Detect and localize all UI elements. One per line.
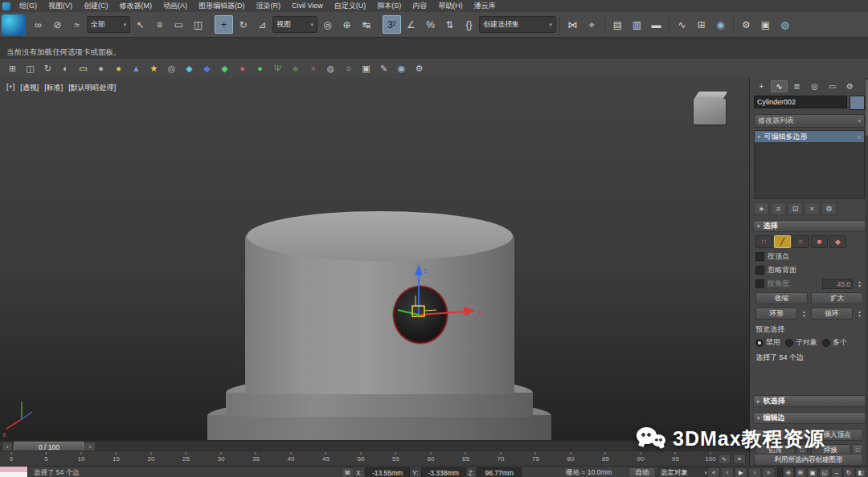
preview-disable-radio[interactable]: 禁用 [755, 337, 780, 348]
zoom-region-icon[interactable]: ◱ [819, 467, 830, 477]
tab-modify[interactable]: ∿ [771, 80, 788, 92]
menu-group[interactable]: 组(G) [14, 0, 43, 12]
polygon-subobject-icon[interactable]: ■ [811, 235, 828, 248]
green-dot-tool-icon[interactable]: ● [252, 60, 268, 76]
delete-tool-icon[interactable]: × [305, 60, 321, 76]
go-to-end-button[interactable]: » [762, 467, 775, 477]
window-crossing-icon[interactable]: ◫ [189, 15, 207, 34]
viewport-render-preset-menu[interactable]: [标准] [44, 83, 63, 93]
angle-snap-icon[interactable]: ∠ [402, 15, 420, 34]
cone-tool-icon[interactable]: ▲ [128, 60, 145, 76]
loop-spinner[interactable]: ▴ ▾ [856, 310, 863, 318]
auto-key-button[interactable]: 自动 [628, 467, 656, 477]
half-sphere-tool-icon[interactable]: ◐ [57, 60, 74, 76]
go-to-start-button[interactable]: « [707, 467, 720, 477]
curve-editor-icon[interactable]: ∿ [673, 15, 691, 34]
zoom-all-icon[interactable]: ⊞ [795, 467, 806, 477]
gem-cyan-tool-icon[interactable]: ◆ [181, 60, 198, 76]
object-name-field[interactable] [754, 96, 847, 108]
pin-stack-icon[interactable]: ∗ [754, 202, 769, 215]
percent-snap-icon[interactable]: % [421, 15, 440, 34]
schematic-view-icon[interactable]: ⊞ [692, 15, 710, 34]
annotate-tool-icon[interactable]: ✎ [375, 60, 392, 76]
next-frame-button[interactable]: › [748, 467, 761, 477]
ribbon-toggle-icon[interactable]: ▬ [647, 15, 665, 34]
perspective-viewport[interactable]: [+] [透视] [标准] [默认明暗处理] z x y [0, 78, 750, 440]
viewcube[interactable] [691, 91, 728, 126]
border-subobject-icon[interactable]: ○ [792, 235, 809, 248]
render-setup-icon[interactable]: ⚙ [737, 15, 755, 34]
previous-frame-button[interactable]: ‹ [721, 467, 734, 477]
make-unique-icon[interactable]: ⊡ [788, 202, 803, 215]
window-tool-icon[interactable]: ◫ [22, 60, 39, 76]
show-end-result-icon[interactable]: ≡ [771, 202, 786, 215]
play-button[interactable]: ▶ [735, 467, 747, 477]
preview-multiple-radio[interactable]: 多个 [822, 337, 847, 348]
3dsmax-logo-icon[interactable] [2, 14, 26, 35]
menu-content[interactable]: 内容 [407, 0, 432, 12]
torus-tool-icon[interactable]: ◎ [163, 60, 180, 76]
checkbox-box[interactable] [755, 266, 764, 275]
panel-tool-icon[interactable]: ▣ [358, 60, 375, 76]
settings-tool-icon[interactable]: ⚙ [411, 60, 428, 76]
menu-animation[interactable]: 动画(A) [158, 0, 193, 12]
viewport-pov-menu[interactable]: [透视] [20, 83, 39, 93]
keyboard-shortcut-override-icon[interactable]: ↹ [357, 15, 375, 34]
circle-tool-icon[interactable]: ○ [340, 60, 357, 76]
vertex-subobject-icon[interactable]: ∷ [755, 235, 772, 248]
pan-icon[interactable]: ↔ [831, 467, 842, 477]
viewport-shading-menu[interactable]: [默认明暗处理] [68, 83, 116, 93]
scene-explorer-icon[interactable]: ▤ [608, 15, 627, 34]
gem-green-tool-icon[interactable]: ◆ [216, 60, 233, 76]
cylinder-top-cap[interactable] [247, 211, 513, 261]
stack-expand-icon[interactable]: ▸ [758, 133, 761, 140]
maximize-viewport-icon[interactable]: ◧ [855, 467, 866, 477]
maxscript-mini-listener[interactable] [0, 467, 28, 477]
gem-blue-tool-icon[interactable]: ◆ [199, 60, 215, 76]
loop-button[interactable]: 循环 [811, 308, 853, 320]
shrink-button[interactable]: 收缩 [755, 292, 808, 304]
bind-to-space-warp-icon[interactable]: ≈ [68, 15, 86, 34]
select-and-link-icon[interactable]: ∞ [29, 15, 47, 34]
time-slider[interactable]: ‹ 0 / 100 › [0, 440, 749, 451]
modifier-list-dropdown[interactable]: 修改器列表 ▾ [754, 114, 865, 128]
tab-display[interactable]: ▭ [824, 80, 841, 92]
select-by-name-icon[interactable]: ≡ [150, 15, 169, 34]
select-and-scale-icon[interactable]: ⊿ [253, 15, 272, 34]
listener-script-line[interactable] [0, 472, 27, 477]
cylinder-base[interactable] [207, 415, 551, 440]
create-shape-from-selection-button[interactable]: 利用所选内容创建图形 [754, 454, 863, 466]
modifier-onoff-icon[interactable]: ○ [857, 133, 861, 141]
z-coord-field[interactable]: 96.77mm [477, 467, 522, 477]
extrude-button-settings[interactable]: □ [796, 429, 808, 441]
spin-down-icon[interactable]: ▾ [858, 314, 861, 318]
y-coord-field[interactable]: -3.338mm [421, 467, 466, 477]
menu-create[interactable]: 创建(C) [78, 0, 114, 12]
trackbar-options-icon[interactable]: ≡ [733, 454, 746, 464]
menu-help[interactable]: 帮助(H) [432, 0, 469, 12]
ring-button[interactable]: 环形 [755, 308, 797, 320]
menu-rendering[interactable]: 渲染(R) [251, 0, 287, 12]
app-icon[interactable] [2, 2, 10, 10]
tab-utilities[interactable]: ⚙ [841, 80, 858, 92]
tab-hierarchy[interactable]: ≣ [788, 80, 805, 92]
mirror-icon[interactable]: ⋈ [563, 15, 582, 34]
select-and-move-icon[interactable]: + [215, 15, 233, 34]
select-and-manipulate-icon[interactable]: ⊕ [338, 15, 356, 34]
star-tool-icon[interactable]: ★ [145, 60, 162, 76]
menu-customize[interactable]: 自定义(U) [329, 0, 372, 12]
select-and-rotate-icon[interactable]: ↻ [234, 15, 252, 34]
edge-subobject-icon[interactable]: ╱ [774, 235, 791, 248]
cylinder-flange[interactable] [226, 393, 533, 417]
stack-item-editable-poly[interactable]: ▸ 可编辑多边形 ○ [755, 131, 864, 142]
zoom-extents-icon[interactable]: ▣ [807, 467, 818, 477]
plane-tool-icon[interactable]: ▭ [75, 60, 92, 76]
preview-subobject-radio[interactable]: 子对象 [785, 337, 817, 348]
align-icon[interactable]: ⌖ [583, 15, 601, 34]
menu-views[interactable]: 视图(V) [43, 0, 78, 12]
selected-edge-loop[interactable] [393, 286, 448, 344]
zoom-icon[interactable]: ⊕ [783, 467, 794, 477]
edit-edges-rollout-header[interactable]: ▾ 编辑边 [753, 412, 866, 424]
selection-filter-dropdown[interactable]: 全部▾ [87, 16, 130, 33]
x-coord-field[interactable]: -13.55mm [365, 467, 410, 477]
